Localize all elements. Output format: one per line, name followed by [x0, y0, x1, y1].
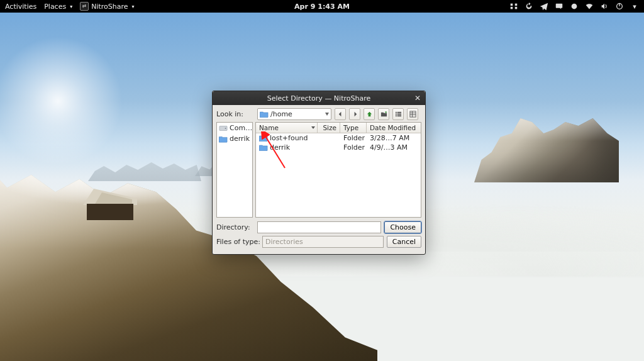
svg-rect-12 — [397, 115, 401, 116]
svg-rect-10 — [397, 114, 401, 115]
column-header-label: Name — [259, 124, 279, 131]
folder-icon — [260, 111, 269, 118]
svg-point-18 — [225, 128, 226, 129]
svg-rect-3 — [515, 7, 518, 9]
svg-rect-13 — [409, 111, 415, 117]
list-view-icon — [395, 111, 402, 118]
power-icon[interactable] — [615, 2, 624, 11]
system-tray: ▾ — [509, 2, 639, 11]
svg-rect-0 — [511, 4, 513, 6]
nav-up-button[interactable] — [364, 108, 375, 120]
view-list-button[interactable] — [392, 108, 404, 120]
column-header-name[interactable]: Name — [256, 123, 318, 133]
dialog-title: Select Directory — NitroShare — [267, 94, 370, 103]
cancel-button-label: Cancel — [392, 238, 416, 246]
files-of-type-label: Files of type: — [216, 238, 259, 246]
close-icon: ✕ — [414, 94, 421, 103]
sidebar-item-label: derrik — [230, 135, 250, 143]
volume-icon[interactable] — [600, 2, 609, 11]
svg-rect-11 — [395, 115, 396, 116]
close-button[interactable]: ✕ — [413, 93, 423, 103]
app-menu[interactable]: ⇄ NitroShare ▾ — [80, 2, 134, 11]
wallpaper-chalet — [83, 189, 137, 220]
look-in-combo[interactable]: /home — [257, 108, 331, 120]
svg-rect-8 — [397, 112, 401, 113]
drive-icon — [219, 125, 228, 132]
file-row[interactable]: derrik Folder 4/9/…3 AM — [256, 143, 421, 152]
caret-down-icon: ▾ — [70, 4, 72, 9]
sort-indicator-icon — [311, 126, 315, 129]
tray-indicator-icon[interactable] — [509, 2, 518, 11]
view-detail-button[interactable] — [407, 108, 418, 120]
column-header-date[interactable]: Date Modified — [367, 123, 421, 133]
column-header-type[interactable]: Type — [340, 123, 367, 133]
file-date: 3/28…7 AM — [367, 134, 421, 142]
arrow-right-icon — [352, 111, 358, 118]
sidebar-item-computer[interactable]: Com… — [217, 123, 252, 133]
svg-rect-2 — [511, 7, 513, 9]
file-type: Folder — [340, 134, 367, 142]
tray-telegram-icon[interactable] — [540, 2, 548, 11]
file-list: Name Size Type Date Modified lost+found … — [255, 122, 421, 218]
chevron-down-icon — [325, 113, 329, 116]
svg-rect-7 — [395, 112, 396, 113]
file-type: Folder — [340, 143, 367, 152]
svg-rect-9 — [395, 114, 396, 115]
caret-down-icon[interactable]: ▾ — [630, 2, 639, 11]
svg-rect-1 — [515, 4, 518, 6]
detail-view-icon — [409, 111, 416, 118]
network-wifi-icon[interactable] — [585, 2, 594, 11]
activities-button[interactable]: Activities — [5, 3, 36, 11]
choose-button-label: Choose — [390, 223, 416, 231]
choose-button[interactable]: Choose — [384, 221, 421, 233]
caret-down-icon: ▾ — [132, 4, 135, 9]
select-directory-dialog: Select Directory — NitroShare ✕ Look in:… — [212, 91, 426, 255]
clock-label: Apr 9 1:43 AM — [294, 3, 350, 11]
folder-icon — [219, 135, 228, 143]
nav-forward-button[interactable] — [349, 108, 360, 120]
tray-app-icon[interactable] — [570, 2, 579, 11]
svg-rect-6 — [619, 3, 619, 6]
top-bar: Activities Places ▾ ⇄ NitroShare ▾ Apr 9… — [0, 0, 644, 13]
tray-refresh-icon[interactable] — [525, 2, 533, 11]
app-indicator-icon: ⇄ — [80, 2, 89, 11]
look-in-label: Look in: — [216, 110, 254, 118]
look-in-path: /home — [270, 110, 292, 118]
file-name: derrik — [270, 143, 290, 152]
cancel-button[interactable]: Cancel — [387, 236, 421, 248]
new-folder-icon — [380, 111, 387, 118]
files-of-type-combo[interactable] — [262, 236, 384, 248]
arrow-left-icon — [337, 111, 344, 118]
file-list-rows[interactable]: lost+found Folder 3/28…7 AM derrik Folde… — [256, 133, 421, 217]
new-folder-button[interactable] — [378, 108, 389, 120]
svg-point-4 — [572, 4, 577, 9]
file-row[interactable]: lost+found Folder 3/28…7 AM — [256, 133, 421, 143]
app-menu-label: NitroShare — [91, 3, 128, 11]
folder-icon — [259, 144, 268, 151]
tray-discord-icon[interactable] — [555, 2, 564, 11]
sidebar-item-label: Com… — [230, 124, 252, 132]
places-menu[interactable]: Places ▾ — [44, 3, 72, 11]
column-header-label: Size — [323, 124, 336, 131]
file-date: 4/9/…3 AM — [367, 143, 421, 152]
column-header-label: Date Modified — [370, 124, 416, 131]
clock[interactable]: Apr 9 1:43 AM — [294, 3, 350, 11]
dialog-titlebar[interactable]: Select Directory — NitroShare ✕ — [213, 91, 425, 105]
sidebar-item-home[interactable]: derrik — [217, 133, 252, 144]
file-name: lost+found — [270, 134, 308, 142]
arrow-up-icon — [366, 111, 373, 118]
column-header-label: Type — [343, 124, 358, 131]
places-label: Places — [44, 3, 66, 11]
activities-label: Activities — [5, 3, 36, 11]
folder-icon — [259, 135, 268, 142]
places-sidebar[interactable]: Com… derrik — [216, 122, 253, 218]
file-list-header: Name Size Type Date Modified — [256, 123, 421, 133]
nav-back-button[interactable] — [335, 108, 346, 120]
directory-input[interactable] — [257, 221, 381, 233]
column-header-size[interactable]: Size — [318, 123, 340, 133]
directory-label: Directory: — [216, 223, 254, 231]
